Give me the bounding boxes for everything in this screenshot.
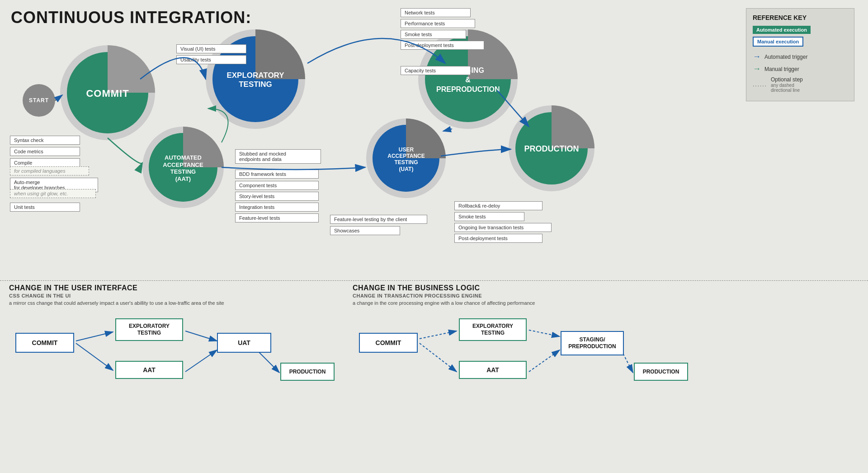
ref-optional-note: any dasheddirectional line bbox=[771, 83, 803, 93]
commit-test-compile: Compile bbox=[10, 158, 80, 167]
uat-test-2: Showcases bbox=[330, 226, 400, 235]
aat-test-4: Story-level tests bbox=[235, 192, 319, 201]
ref-manual-trigger-label: Manual trigger bbox=[764, 66, 799, 72]
scenario-ui: CHANGE IN THE USER INTERFACE CSS CHANGE … bbox=[9, 284, 344, 418]
scenario-biz-title: CHANGE IN THE BUSINESS LOGIC bbox=[353, 284, 714, 292]
scenario-biz-subtitle: CHANGE IN TRANSACTION PROCESSING ENGINE bbox=[353, 293, 714, 298]
ref-manual-box: Manual execution bbox=[753, 37, 803, 47]
staging-test-2: Performance tests bbox=[401, 19, 475, 28]
ref-optional-label: Optional step bbox=[771, 76, 803, 83]
staging-test-4: Post-deployment tests bbox=[401, 41, 484, 50]
ref-manual: Manual execution bbox=[753, 37, 848, 47]
flow-biz-production: PRODUCTION bbox=[634, 363, 688, 381]
uat-test-1: Feature-level testing by the client bbox=[330, 215, 427, 224]
svg-line-26 bbox=[529, 330, 560, 336]
commit-test-unit: Unit tests bbox=[10, 203, 80, 212]
commit-test-syntax: Syntax check bbox=[10, 136, 80, 145]
scenario-biz: CHANGE IN THE BUSINESS LOGIC CHANGE IN T… bbox=[353, 284, 714, 418]
flow-biz: COMMIT EXPLORATORY TESTING AAT STAGING/ … bbox=[353, 314, 678, 418]
svg-line-20 bbox=[185, 331, 217, 341]
ref-manual-trigger: → Manual trigger bbox=[753, 64, 848, 74]
flow-uat: UAT bbox=[217, 333, 271, 353]
aat-label: AUTOMATEDACCEPTANCETESTING(AAT) bbox=[156, 154, 210, 182]
aat-test-3: Component tests bbox=[235, 181, 319, 190]
page-title: CONTINUOUS INTEGRATION: bbox=[11, 8, 251, 27]
flow-biz-exploratory: EXPLORATORY TESTING bbox=[459, 318, 527, 341]
scenario-ui-title: CHANGE IN THE USER INTERFACE bbox=[9, 284, 344, 292]
node-start: START bbox=[23, 84, 55, 117]
flow-aat: AAT bbox=[115, 361, 183, 379]
svg-line-19 bbox=[76, 343, 113, 370]
prod-test-3: Ongoing live transaction tests bbox=[454, 223, 552, 232]
prod-test-1: Rollback& re-deloy bbox=[454, 201, 542, 210]
exploratory-label: EXPLORATORYTESTING bbox=[224, 71, 287, 90]
scenario-ui-subtitle: CSS CHANGE IN THE UI bbox=[9, 293, 344, 298]
flow-biz-staging: STAGING/ PREPRODUCTION bbox=[561, 331, 624, 355]
flow-production: PRODUCTION bbox=[280, 363, 335, 381]
aat-test-1: Stubbed and mockedendpoints and data bbox=[235, 149, 321, 164]
svg-line-18 bbox=[76, 332, 113, 341]
start-label: START bbox=[29, 97, 49, 104]
flow-exploratory: EXPLORATORY TESTING bbox=[115, 318, 183, 341]
scenario-biz-desc: a change in the core processing engine w… bbox=[353, 300, 714, 307]
flow-biz-aat: AAT bbox=[459, 361, 527, 379]
ref-auto-trigger: → Automated trigger bbox=[753, 52, 848, 61]
exp-test-visual: Visual (UI) tests bbox=[176, 44, 246, 53]
svg-line-27 bbox=[529, 350, 560, 372]
commit-note-gitglow: when using git glow, etc. bbox=[10, 189, 96, 198]
ref-auto-trigger-label: Automated trigger bbox=[764, 54, 807, 60]
node-exploratory: EXPLORATORYTESTING bbox=[203, 27, 307, 133]
flow-commit: COMMIT bbox=[15, 333, 74, 353]
ref-optional: ...... Optional step any dasheddirection… bbox=[753, 76, 848, 93]
node-aat: AUTOMATEDACCEPTANCETESTING(AAT) bbox=[140, 124, 226, 212]
staging-test-1: Network tests bbox=[401, 8, 471, 17]
staging-test-5: Capacity tests bbox=[401, 66, 471, 75]
section-divider bbox=[0, 280, 868, 281]
reference-key: REFERENCE KEY Automated execution Manual… bbox=[746, 8, 854, 101]
flow-biz-commit: COMMIT bbox=[359, 333, 418, 353]
aat-test-6: Feature-level tests bbox=[235, 213, 319, 222]
aat-test-5: Integration tests bbox=[235, 203, 319, 212]
uat-label: USERACCEPTANCETESTING(UAT) bbox=[382, 147, 431, 173]
production-label: PRODUCTION bbox=[522, 144, 581, 154]
ref-key-title: REFERENCE KEY bbox=[753, 14, 848, 21]
commit-test-metrics: Code metrics bbox=[10, 147, 80, 156]
exp-test-usability: Usability tests bbox=[176, 55, 246, 64]
node-uat: USERACCEPTANCETESTING(UAT) bbox=[364, 117, 448, 202]
scenario-ui-desc: a mirror css change that could adversely… bbox=[9, 300, 344, 307]
commit-note-compiled: for compiled languages bbox=[10, 166, 89, 175]
svg-line-21 bbox=[185, 350, 217, 372]
svg-line-25 bbox=[420, 343, 457, 372]
prod-test-2: Smoke tests bbox=[454, 212, 524, 221]
node-production: PRODUCTION bbox=[506, 103, 597, 195]
prod-test-4: Post-deployment tests bbox=[454, 234, 542, 243]
flow-ui: COMMIT EXPLORATORY TESTING AAT UAT PRODU… bbox=[9, 314, 335, 418]
staging-test-3: Smoke tests bbox=[401, 30, 466, 39]
ref-automated: Automated execution bbox=[753, 26, 848, 34]
aat-test-2: BDD framework tests bbox=[235, 170, 319, 179]
ref-automated-box: Automated execution bbox=[753, 26, 811, 34]
svg-line-24 bbox=[420, 331, 457, 339]
commit-label: COMMIT bbox=[86, 88, 129, 99]
